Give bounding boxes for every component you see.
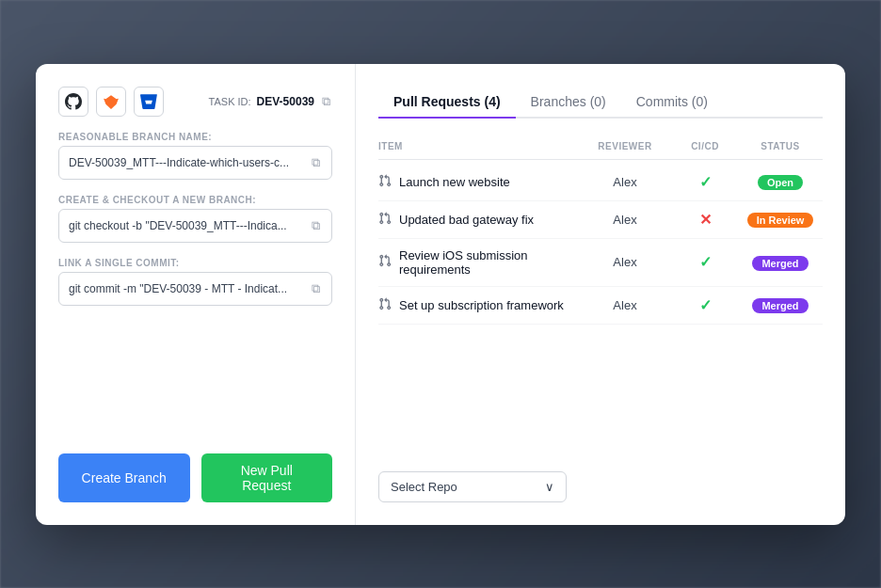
col-reviewer: REVIEWER <box>578 141 672 151</box>
commit-input[interactable]: git commit -m "DEV-50039 - MTT - Indicat… <box>58 272 332 306</box>
status-badge: Open <box>758 175 803 190</box>
col-status: STATUS <box>738 141 823 151</box>
row-item-text: Set up subscription framework <box>378 297 578 313</box>
branch-name-field-group: REASONABLE BRANCH NAME: DEV-50039_MTT---… <box>58 132 332 180</box>
check-icon: ✓ <box>699 254 712 270</box>
left-panel: TASK ID: DEV-50039 ⧉ REASONABLE BRANCH N… <box>36 64 356 525</box>
status-badge-cell: Merged <box>738 254 823 271</box>
branch-name-value: DEV-50039_MTT---Indicate-which-users-c..… <box>69 156 310 169</box>
status-badge-cell: Open <box>738 173 823 190</box>
task-id-label: TASK ID: <box>209 96 251 107</box>
table-row: Set up subscription framework Alex ✓ Mer… <box>378 287 823 325</box>
row-item-text: Updated bad gateway fix <box>378 212 578 228</box>
pr-icon <box>378 174 392 190</box>
col-cicd: CI/CD <box>672 141 738 151</box>
reviewer-name: Alex <box>578 175 672 189</box>
row-item-text: Review iOS submission requirements <box>378 248 578 277</box>
chevron-down-icon: ∨ <box>545 480 554 494</box>
github-icon[interactable] <box>58 87 88 117</box>
commit-value: git commit -m "DEV-50039 - MTT - Indicat… <box>69 282 310 295</box>
cicd-status: ✓ <box>672 253 738 271</box>
gitlab-icon[interactable] <box>96 87 126 117</box>
pr-title: Updated bad gateway fix <box>399 213 534 227</box>
status-badge: In Review <box>747 213 814 228</box>
pr-icon <box>378 212 392 228</box>
tabs: Pull Requests (4) Branches (0) Commits (… <box>378 87 823 119</box>
table-header: ITEM REVIEWER CI/CD STATUS <box>378 137 823 160</box>
cross-icon: ✕ <box>699 212 712 228</box>
status-badge: Merged <box>752 298 808 313</box>
pr-icon <box>378 297 392 313</box>
tab-pull-requests[interactable]: Pull Requests (4) <box>378 87 516 119</box>
task-id-value: DEV-50039 <box>257 95 314 108</box>
right-panel-bottom: Select Repo ∨ <box>378 456 823 502</box>
commit-label: LINK A SINGLE COMMIT: <box>58 258 332 268</box>
branch-name-input[interactable]: DEV-50039_MTT---Indicate-which-users-c..… <box>58 146 332 180</box>
pr-title: Review iOS submission requirements <box>399 248 578 277</box>
copy-checkout-button[interactable]: ⧉ <box>310 216 322 235</box>
right-panel: Pull Requests (4) Branches (0) Commits (… <box>356 64 845 525</box>
pr-title: Set up subscription framework <box>399 298 564 312</box>
copy-branch-name-button[interactable]: ⧉ <box>310 153 322 172</box>
tab-commits[interactable]: Commits (0) <box>621 87 723 119</box>
cicd-status: ✓ <box>672 296 738 314</box>
task-id-row: TASK ID: DEV-50039 ⧉ <box>209 92 332 111</box>
provider-row: TASK ID: DEV-50039 ⧉ <box>58 87 332 117</box>
new-pull-request-button[interactable]: New Pull Request <box>201 453 333 502</box>
col-item: ITEM <box>378 141 578 151</box>
row-item-text: Launch new website <box>378 174 578 190</box>
main-modal: TASK ID: DEV-50039 ⧉ REASONABLE BRANCH N… <box>36 64 845 525</box>
status-badge-cell: Merged <box>738 296 823 313</box>
bitbucket-icon[interactable] <box>134 87 164 117</box>
table-row: Launch new website Alex ✓ Open <box>378 164 823 201</box>
pr-title: Launch new website <box>399 175 510 189</box>
copy-task-id-button[interactable]: ⧉ <box>320 92 332 111</box>
left-panel-buttons: Create Branch New Pull Request <box>58 453 332 502</box>
commit-field-group: LINK A SINGLE COMMIT: git commit -m "DEV… <box>58 258 332 306</box>
checkout-value: git checkout -b "DEV-50039_MTT---Indica.… <box>69 219 310 232</box>
select-repo-label: Select Repo <box>391 480 457 494</box>
branch-name-label: REASONABLE BRANCH NAME: <box>58 132 332 142</box>
cicd-status: ✕ <box>672 211 738 229</box>
pull-requests-table: Launch new website Alex ✓ Open Updated b… <box>378 164 823 456</box>
cicd-status: ✓ <box>672 173 738 191</box>
checkout-field-group: CREATE & CHECKOUT A NEW BRANCH: git chec… <box>58 195 332 243</box>
pr-icon <box>378 254 392 270</box>
checkout-input[interactable]: git checkout -b "DEV-50039_MTT---Indica.… <box>58 209 332 243</box>
select-repo-dropdown[interactable]: Select Repo ∨ <box>378 471 567 502</box>
checkout-label: CREATE & CHECKOUT A NEW BRANCH: <box>58 195 332 205</box>
reviewer-name: Alex <box>578 298 672 312</box>
tab-branches[interactable]: Branches (0) <box>516 87 621 119</box>
copy-commit-button[interactable]: ⧉ <box>310 279 322 298</box>
check-icon: ✓ <box>699 174 712 190</box>
reviewer-name: Alex <box>578 213 672 227</box>
provider-icons <box>58 87 164 117</box>
status-badge-cell: In Review <box>738 211 823 228</box>
check-icon: ✓ <box>699 297 712 313</box>
create-branch-button[interactable]: Create Branch <box>58 453 190 502</box>
reviewer-name: Alex <box>578 255 672 269</box>
status-badge: Merged <box>752 256 808 271</box>
table-row: Updated bad gateway fix Alex ✕ In Review <box>378 201 823 239</box>
table-row: Review iOS submission requirements Alex … <box>378 239 823 287</box>
